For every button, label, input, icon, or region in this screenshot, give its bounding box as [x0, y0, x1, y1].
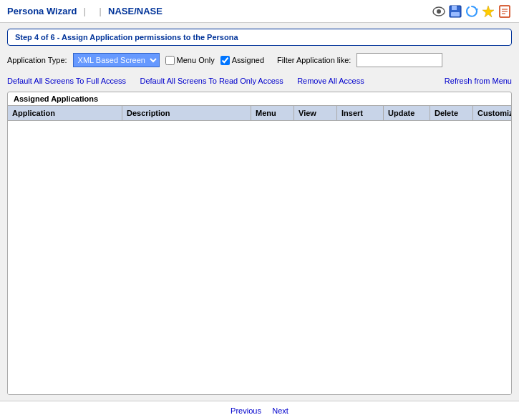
assigned-label[interactable]: Assigned [220, 56, 264, 65]
col-description: Description [122, 106, 251, 120]
svg-rect-4 [451, 12, 460, 16]
filter-label: Filter Application like: [277, 56, 351, 64]
title-bar: Persona Wizard | | NASE/NASE [0, 0, 519, 23]
col-application: Application [8, 106, 122, 120]
col-menu: Menu [251, 106, 294, 120]
app-type-label: Application Type: [7, 56, 67, 64]
persona-name: NASE/NASE [108, 6, 163, 16]
title-sep2: | [97, 6, 104, 16]
assigned-applications-title: Assigned Applications [8, 92, 511, 106]
svg-marker-5 [475, 9, 478, 11]
table-body [8, 121, 511, 394]
remove-all-access-link[interactable]: Remove All Access [297, 77, 364, 85]
toolbar-icons [432, 4, 512, 19]
next-link[interactable]: Next [272, 406, 288, 415]
main-container: Persona Wizard | | NASE/NASE [0, 0, 519, 420]
col-insert: Insert [337, 106, 384, 120]
default-read-only-link[interactable]: Default All Screens To Read Only Access [140, 77, 283, 85]
default-full-access-link[interactable]: Default All Screens To Full Access [7, 77, 126, 85]
previous-link[interactable]: Previous [231, 406, 261, 415]
svg-point-1 [437, 9, 441, 14]
content-area: Step 4 of 6 - Assign Application permiss… [0, 23, 519, 401]
refresh-from-menu-link[interactable]: Refresh from Menu [445, 77, 512, 85]
document-icon[interactable] [498, 4, 512, 19]
links-row: Default All Screens To Full Access Defau… [7, 74, 512, 87]
col-update: Update [384, 106, 430, 120]
step-box: Step 4 of 6 - Assign Application permiss… [7, 29, 512, 46]
col-delete: Delete [430, 106, 473, 120]
app-type-select[interactable]: XML Based Screen [73, 53, 160, 67]
col-customiz: Customiz [473, 106, 512, 120]
menu-only-label[interactable]: Menu Only [165, 56, 215, 65]
refresh-icon[interactable] [465, 4, 479, 19]
menu-only-checkbox[interactable] [165, 56, 175, 65]
filter-input[interactable] [356, 53, 442, 67]
form-row: Application Type: XML Based Screen Menu … [7, 50, 512, 70]
save-icon[interactable] [448, 4, 462, 19]
title-sep1: | [81, 6, 88, 16]
star-icon[interactable] [481, 4, 495, 19]
visibility-icon[interactable] [432, 4, 446, 19]
assigned-checkbox[interactable] [220, 56, 230, 65]
app-title: Persona Wizard [7, 6, 77, 16]
table-header: Application Description Menu View Insert… [8, 106, 511, 121]
footer: Previous Next [0, 401, 519, 420]
svg-marker-6 [482, 6, 494, 17]
col-view: View [294, 106, 337, 120]
step-label: Step 4 of 6 - Assign Application permiss… [15, 33, 238, 41]
title-area: Persona Wizard | | NASE/NASE [7, 6, 163, 16]
svg-rect-3 [452, 6, 457, 10]
assigned-applications-box: Assigned Applications Application Descri… [7, 92, 512, 395]
